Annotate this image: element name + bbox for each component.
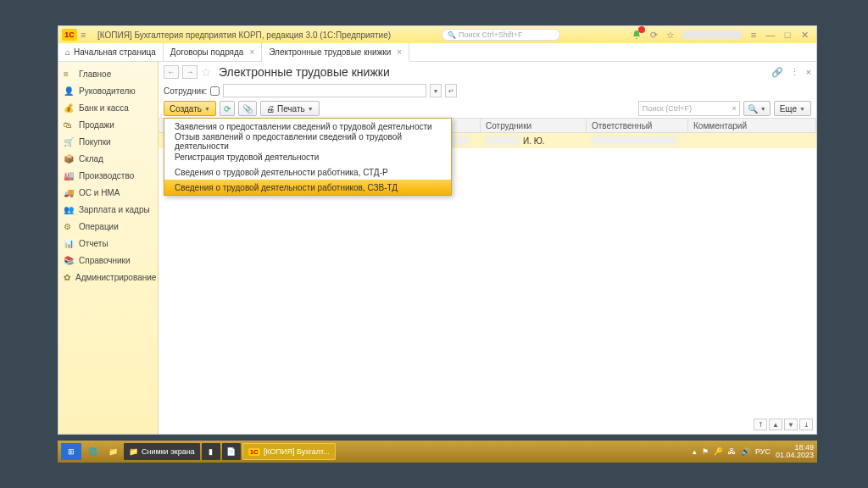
content-area: ← → ☆ Электронные трудовые книжки 🔗 ⋮ × … bbox=[159, 62, 816, 434]
forward-button[interactable]: → bbox=[182, 65, 198, 79]
global-search-input[interactable]: Поиск Ctrl+Shift+F bbox=[442, 29, 560, 41]
sidebar-item[interactable]: 💰Банк и касса bbox=[58, 99, 158, 116]
link-icon[interactable]: 🔗 bbox=[771, 67, 783, 78]
chevron-down-icon: ▼ bbox=[204, 106, 210, 112]
page-last-button[interactable]: ⤓ bbox=[799, 419, 813, 430]
tab-home[interactable]: ⌂ Начальная страница bbox=[58, 43, 164, 61]
search-placeholder: Поиск (Ctrl+F) bbox=[643, 104, 692, 113]
chevron-down-icon: ▼ bbox=[799, 106, 805, 112]
close-icon[interactable]: × bbox=[249, 47, 254, 57]
sidebar-label: ОС и НМА bbox=[79, 188, 120, 197]
sidebar-item[interactable]: 🏭Производство bbox=[58, 167, 158, 184]
sidebar-icon: ⚙ bbox=[64, 222, 74, 231]
task-1c[interactable]: 1C [КОПИЯ] Бухгалт... bbox=[242, 443, 336, 460]
maximize-icon[interactable]: □ bbox=[781, 28, 794, 42]
sidebar: ≡Главное👤Руководителю💰Банк и касса🛍Прода… bbox=[58, 62, 159, 434]
sidebar-label: Главное bbox=[79, 69, 111, 79]
sidebar-item[interactable]: 🛍Продажи bbox=[58, 116, 158, 133]
sidebar-icon: 🏭 bbox=[64, 171, 74, 180]
search-input[interactable]: Поиск (Ctrl+F) × bbox=[638, 101, 740, 116]
page-header: ← → ☆ Электронные трудовые книжки 🔗 ⋮ × bbox=[159, 62, 816, 82]
task-snipping[interactable]: 📁 Снимки экрана bbox=[124, 443, 200, 460]
tray-lang[interactable]: РУС bbox=[755, 447, 771, 456]
explorer-button[interactable]: 📁 bbox=[103, 443, 122, 460]
create-button[interactable]: Создать ▼ bbox=[164, 101, 216, 116]
sidebar-item[interactable]: ✿Администрирование bbox=[58, 269, 158, 286]
sidebar-item[interactable]: 📦Склад bbox=[58, 150, 158, 167]
chevron-down-icon: ▼ bbox=[308, 106, 314, 112]
tab-workbooks[interactable]: Электронные трудовые книжки × bbox=[262, 43, 409, 62]
tab-contracts[interactable]: Договоры подряда × bbox=[164, 43, 262, 61]
sidebar-item[interactable]: 📚Справочники bbox=[58, 252, 158, 269]
filter-dropdown-button[interactable]: ▾ bbox=[430, 84, 442, 97]
bell-icon[interactable] bbox=[630, 28, 643, 42]
tray-network-icon[interactable]: 🖧 bbox=[728, 447, 736, 456]
minimize-icon[interactable]: — bbox=[764, 28, 777, 42]
sidebar-item[interactable]: 📊Отчеты bbox=[58, 235, 158, 252]
more-label: Еще bbox=[780, 104, 797, 114]
tray-up-icon[interactable]: ▴ bbox=[693, 447, 697, 456]
refresh-button[interactable]: ⟳ bbox=[220, 101, 235, 116]
sidebar-item[interactable]: 👤Руководителю bbox=[58, 82, 158, 99]
filter-employee-input[interactable] bbox=[223, 84, 426, 97]
hamburger-icon[interactable]: ≡ bbox=[81, 30, 92, 40]
sidebar-item[interactable]: 👥Зарплата и кадры bbox=[58, 201, 158, 218]
dropdown-item[interactable]: Сведения о трудовой деятельности работни… bbox=[164, 180, 451, 195]
blurred-cell bbox=[592, 136, 676, 145]
sidebar-label: Зарплата и кадры bbox=[79, 205, 150, 214]
pager: ⤒ ▲ ▼ ⤓ bbox=[754, 419, 813, 430]
sidebar-icon: 👥 bbox=[64, 205, 74, 214]
th-employees[interactable]: Сотрудники bbox=[481, 119, 587, 132]
sidebar-item[interactable]: 🛒Покупки bbox=[58, 133, 158, 150]
dropdown-item[interactable]: Регистрация трудовой деятельности bbox=[164, 149, 451, 164]
system-tray: ▴ ⚑ 🔑 🖧 🔊 РУС 18:49 01.04.2023 bbox=[693, 444, 814, 459]
history-icon[interactable]: ⟳ bbox=[647, 28, 660, 42]
more-button[interactable]: Еще ▼ bbox=[774, 101, 811, 116]
sidebar-item[interactable]: ⚙Операции bbox=[58, 218, 158, 235]
star-icon[interactable]: ☆ bbox=[664, 28, 677, 42]
dropdown-item[interactable]: Отзыв заявлений о предоставлении сведени… bbox=[164, 134, 451, 149]
task-snipping-label: Снимки экрана bbox=[142, 447, 195, 456]
close-icon[interactable]: ✕ bbox=[798, 28, 811, 42]
filter-row: Сотрудник: ▾ ↵ bbox=[159, 82, 816, 99]
attach-button[interactable]: 📎 bbox=[238, 101, 257, 116]
print-button[interactable]: 🖨 Печать ▼ bbox=[260, 101, 320, 116]
back-button[interactable]: ← bbox=[164, 65, 179, 79]
th-responsible[interactable]: Ответственный bbox=[587, 119, 688, 132]
create-label: Создать bbox=[170, 104, 202, 114]
tab-row: ⌂ Начальная страница Договоры подряда × … bbox=[58, 43, 816, 62]
tray-key-icon[interactable]: 🔑 bbox=[714, 447, 723, 456]
dropdown-item[interactable]: Сведения о трудовой деятельности работни… bbox=[164, 164, 451, 180]
tray-volume-icon[interactable]: 🔊 bbox=[741, 447, 750, 456]
sidebar-label: Администрирование bbox=[75, 273, 156, 282]
app-window: 1C ≡ [КОПИЯ] Бухгалтерия предприятия КОР… bbox=[58, 25, 817, 435]
sidebar-item[interactable]: 🚚ОС и НМА bbox=[58, 184, 158, 201]
folder-icon: 📁 bbox=[129, 447, 138, 456]
task-doc[interactable]: 📄 bbox=[222, 443, 241, 460]
tray-flag-icon[interactable]: ⚑ bbox=[702, 447, 709, 456]
filter-open-button[interactable]: ↵ bbox=[445, 84, 457, 97]
filter-label: Сотрудник: bbox=[164, 86, 207, 96]
sidebar-label: Склад bbox=[79, 154, 103, 164]
print-label: Печать bbox=[277, 104, 305, 114]
taskbar: ⊞ 🌐 📁 📁 Снимки экрана ▮ 📄 1C [КОПИЯ] Бух… bbox=[58, 441, 817, 463]
filter-checkbox[interactable] bbox=[210, 86, 220, 96]
clock[interactable]: 18:49 01.04.2023 bbox=[776, 444, 814, 459]
sidebar-label: Отчеты bbox=[79, 239, 108, 248]
ie-button[interactable]: 🌐 bbox=[83, 443, 102, 460]
task-cmd[interactable]: ▮ bbox=[202, 443, 220, 460]
th-comment[interactable]: Комментарий bbox=[688, 119, 816, 132]
page-first-button[interactable]: ⤒ bbox=[754, 419, 767, 430]
sidebar-icon: 📚 bbox=[64, 256, 74, 265]
close-page-icon[interactable]: × bbox=[806, 67, 811, 78]
page-down-button[interactable]: ▼ bbox=[784, 419, 798, 430]
kebab-icon[interactable]: ⋮ bbox=[790, 67, 799, 78]
start-button[interactable]: ⊞ bbox=[61, 443, 81, 460]
page-up-button[interactable]: ▲ bbox=[769, 419, 782, 430]
favorite-star-icon[interactable]: ☆ bbox=[201, 65, 212, 79]
menu-lines-icon[interactable]: ≡ bbox=[747, 28, 760, 42]
close-icon[interactable]: × bbox=[397, 47, 402, 57]
clear-search-icon[interactable]: × bbox=[732, 104, 737, 113]
search-button[interactable]: 🔍▼ bbox=[743, 101, 771, 116]
sidebar-item[interactable]: ≡Главное bbox=[58, 65, 158, 82]
